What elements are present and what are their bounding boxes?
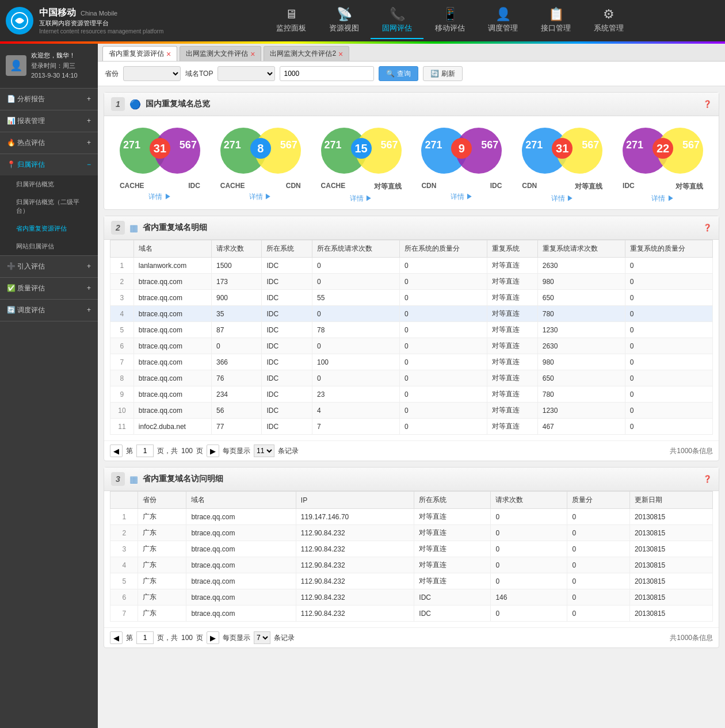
tab-close-0[interactable]: × <box>166 50 171 58</box>
sidebar-item-report[interactable]: 📊 报表管理 + <box>0 110 98 132</box>
venn-diagram-1: 271 31 567 <box>114 122 206 179</box>
tab-close-2[interactable]: × <box>338 50 343 58</box>
help-icon-2[interactable]: ❓ <box>703 224 712 232</box>
cell-domain: btrace.qq.com <box>133 338 211 354</box>
search-icon: 🔍 <box>386 70 395 78</box>
prev-page-btn-2[interactable]: ◀ <box>110 445 123 457</box>
col3-system: 所在系统 <box>414 492 491 509</box>
table-row[interactable]: 4 btrace.qq.com 35 IDC 0 0 对等直连 780 0 <box>110 306 713 322</box>
cell3-quality: 0 <box>567 525 629 541</box>
table-row[interactable]: 3 btrace.qq.com 900 IDC 55 0 对等直连 650 0 <box>110 290 713 306</box>
nav-schedule[interactable]: 👤 调度管理 <box>476 2 529 39</box>
table-row[interactable]: 2 btrace.qq.com 173 IDC 0 0 对等直连 980 0 <box>110 274 713 290</box>
venn4-detail[interactable]: 详情 ▶ <box>451 192 473 202</box>
sidebar-item-hotspot[interactable]: 🔥 热点评估 + <box>0 132 98 154</box>
table-row[interactable]: 4 广东 btrace.qq.com 112.90.84.232 对等直连 0 … <box>110 557 713 573</box>
tab-outbound-large[interactable]: 出网监测大文件评估 × <box>180 46 261 61</box>
section3-pagination: ◀ 第 页，共 100 页 ▶ 每页显示 7 条记录 共1000条信息 <box>104 627 719 647</box>
tab-outbound-large2[interactable]: 出网监测大文件评估2 × <box>264 46 349 61</box>
table-row[interactable]: 10 btrace.qq.com 56 IDC 4 0 对等直连 1230 0 <box>110 403 713 419</box>
refresh-button[interactable]: 🔄 刷新 <box>423 66 463 81</box>
cell-requests: 87 <box>211 322 262 338</box>
venn2-detail[interactable]: 详情 ▶ <box>249 192 272 202</box>
table-row[interactable]: 1 lanlanwork.com 1500 IDC 0 0 对等直连 2630 … <box>110 258 713 274</box>
sidebar-child-website[interactable]: 网站归属评估 <box>0 237 98 255</box>
help-icon-1[interactable]: ❓ <box>703 100 712 108</box>
cell-requests: 0 <box>211 338 262 354</box>
venn3-right-val: 567 <box>381 139 398 151</box>
venn3-detail[interactable]: 详情 ▶ <box>350 194 372 204</box>
tab-close-1[interactable]: × <box>250 50 255 58</box>
col3-ip: IP <box>296 492 414 509</box>
col-dup-requests: 重复系统请求次数 <box>537 240 625 258</box>
table-row[interactable]: 3 广东 btrace.qq.com 112.90.84.232 对等直连 0 … <box>110 541 713 557</box>
nav-system[interactable]: ⚙ 系统管理 <box>582 2 635 39</box>
venn5-detail[interactable]: 详情 ▶ <box>551 194 574 204</box>
sidebar-menu: 📄 分析报告 + 📊 报表管理 + 🔥 热点评估 + 📍 归属评估 <box>0 89 98 321</box>
schedule-icon: 👤 <box>495 7 511 22</box>
province-select[interactable] <box>123 66 181 81</box>
sidebar-item-attribution[interactable]: 📍 归属评估 − <box>0 154 98 175</box>
table-row[interactable]: 7 广东 btrace.qq.com 112.90.84.232 IDC 0 0… <box>110 606 713 622</box>
table-row[interactable]: 1 广东 btrace.qq.com 119.147.146.70 对等直连 0… <box>110 509 713 525</box>
next-page-btn-2[interactable]: ▶ <box>207 445 219 457</box>
cell-system: IDC <box>262 322 312 338</box>
cell3-quality: 0 <box>567 557 629 573</box>
nav-interface[interactable]: 📋 接口管理 <box>529 2 582 39</box>
cell3-quality: 0 <box>567 606 629 622</box>
col-system[interactable]: 所在系统 <box>262 240 312 258</box>
sidebar-item-import[interactable]: ➕ 引入评估 + <box>0 256 98 277</box>
cell-dup-quality: 0 <box>625 403 712 419</box>
nav-mobile-eval[interactable]: 📱 移动评估 <box>423 2 476 39</box>
count-input[interactable] <box>280 66 374 81</box>
table-row[interactable]: 5 btrace.qq.com 87 IDC 78 0 对等直连 1230 0 <box>110 322 713 338</box>
table-row[interactable]: 7 btrace.qq.com 366 IDC 100 0 对等直连 980 0 <box>110 354 713 370</box>
cell3-date: 20130815 <box>629 509 712 525</box>
venn1-detail[interactable]: 详情 ▶ <box>148 192 171 202</box>
col-domain[interactable]: 域名 <box>133 240 211 258</box>
cell3-date: 20130815 <box>629 557 712 573</box>
domain-select[interactable] <box>217 66 275 81</box>
cell-requests: 76 <box>211 370 262 386</box>
page-input-3[interactable] <box>136 631 154 644</box>
table-icon-2: ▦ <box>129 223 138 233</box>
nav-monitor[interactable]: 🖥 监控面板 <box>265 2 318 39</box>
sidebar-item-dispatch[interactable]: 🔄 调度评估 + <box>0 300 98 321</box>
sidebar-item-quality[interactable]: ✅ 质量评估 + <box>0 278 98 299</box>
cell3-province: 广东 <box>138 509 186 525</box>
table-row[interactable]: 6 广东 btrace.qq.com 112.90.84.232 IDC 146… <box>110 589 713 606</box>
table-row[interactable]: 5 广东 btrace.qq.com 112.90.84.232 对等直连 0 … <box>110 573 713 589</box>
cell3-quality: 0 <box>567 573 629 589</box>
tab-province-dup[interactable]: 省内重复资源评估 × <box>102 46 177 61</box>
cell-no: 1 <box>110 258 134 274</box>
nav-resource[interactable]: 📡 资源视图 <box>318 2 371 39</box>
sidebar-item-analysis[interactable]: 📄 分析报告 + <box>0 89 98 110</box>
sidebar: 👤 欢迎您，魏华！ 登录时间：周三 2013-9-30 14:10 📄 分析报告… <box>0 44 98 728</box>
help-icon-3[interactable]: ❓ <box>703 475 712 483</box>
logo-cn: 中国移动 <box>39 7 76 19</box>
page-input-2[interactable] <box>136 445 154 457</box>
table-row[interactable]: 9 btrace.qq.com 234 IDC 23 0 对等直连 780 0 <box>110 386 713 403</box>
nav-fixed-eval[interactable]: 📞 固网评估 <box>371 2 423 39</box>
prev-page-btn-3[interactable]: ◀ <box>110 631 123 644</box>
sidebar-child-province-dup[interactable]: 省内重复资源评估 <box>0 220 98 237</box>
per-page-select-2[interactable]: 11 <box>254 445 274 457</box>
sidebar-child-overview[interactable]: 归属评估概览 <box>0 175 98 193</box>
table-row[interactable]: 11 infoc2.duba.net 77 IDC 7 0 对等直连 467 0 <box>110 419 713 435</box>
report-icon: 📊 <box>7 117 16 125</box>
cell-sys-requests: 7 <box>312 419 399 435</box>
total-info-3: 共1000条信息 <box>670 633 713 643</box>
cell-dup-system: 对等直连 <box>487 403 538 419</box>
sidebar-child-overview2[interactable]: 归属评估概览（二级平台） <box>0 193 98 220</box>
next-page-btn-3[interactable]: ▶ <box>207 631 219 644</box>
table-row[interactable]: 8 btrace.qq.com 76 IDC 0 0 对等直连 650 0 <box>110 370 713 386</box>
per-page-select-3[interactable]: 7 <box>254 631 270 644</box>
table-row[interactable]: 2 广东 btrace.qq.com 112.90.84.232 对等直连 0 … <box>110 525 713 541</box>
venn6-detail[interactable]: 详情 ▶ <box>651 194 674 204</box>
cell-system: IDC <box>262 419 312 435</box>
main-content: 省内重复资源评估 × 出网监测大文件评估 × 出网监测大文件评估2 × 省份 域… <box>98 44 725 728</box>
table-row[interactable]: 6 btrace.qq.com 0 IDC 0 0 对等直连 2630 0 <box>110 338 713 354</box>
cell-dup-system: 对等直连 <box>487 322 538 338</box>
query-button[interactable]: 🔍 查询 <box>379 66 418 81</box>
monitor-icon: 🖥 <box>285 7 297 22</box>
